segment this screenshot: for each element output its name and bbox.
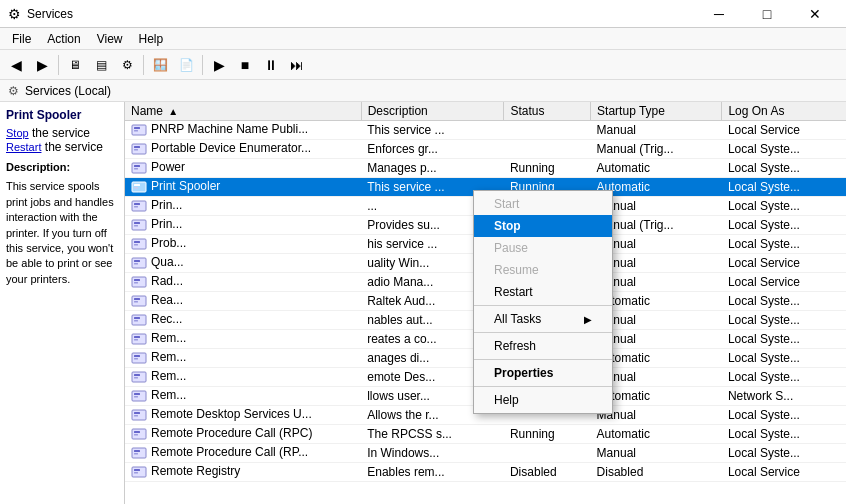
svg-rect-31	[134, 317, 140, 319]
svg-rect-53	[134, 453, 138, 455]
cell-logon: Local Syste...	[722, 311, 846, 330]
svg-rect-49	[134, 431, 140, 433]
ctx-all-tasks[interactable]: All Tasks ▶	[474, 308, 612, 330]
back-button[interactable]: ◀	[4, 53, 28, 77]
cell-status: Running	[504, 159, 591, 178]
menu-file[interactable]: File	[4, 30, 39, 48]
maximize-button[interactable]: □	[744, 0, 790, 28]
cell-name: Prin...	[125, 197, 361, 216]
show-scope-button[interactable]: 🖥	[63, 53, 87, 77]
cell-name: Remote Procedure Call (RPC)	[125, 425, 361, 444]
menu-help[interactable]: Help	[131, 30, 172, 48]
table-row[interactable]: Power Manages p... Running Automatic Loc…	[125, 159, 846, 178]
cell-status	[504, 140, 591, 159]
svg-rect-2	[134, 130, 138, 132]
svg-rect-16	[134, 222, 140, 224]
cell-description: Manages p...	[361, 159, 504, 178]
cell-status	[504, 444, 591, 463]
description-label: Description:	[6, 160, 118, 175]
svg-rect-14	[134, 206, 138, 208]
svg-rect-54	[132, 467, 146, 477]
col-description[interactable]: Description	[361, 102, 504, 121]
cell-logon: Local Syste...	[722, 197, 846, 216]
svg-rect-18	[132, 239, 146, 249]
ctx-resume[interactable]: Resume	[474, 259, 612, 281]
ctx-properties[interactable]: Properties	[474, 362, 612, 384]
svg-rect-6	[132, 163, 146, 173]
cell-logon: Local Syste...	[722, 292, 846, 311]
ctx-stop[interactable]: Stop	[474, 215, 612, 237]
pause-tb-button[interactable]: ⏸	[259, 53, 283, 77]
address-text: Services (Local)	[25, 84, 111, 98]
cell-name: Print Spooler	[125, 178, 361, 197]
table-row[interactable]: PNRP Machine Name Publi... This service …	[125, 121, 846, 140]
ctx-refresh[interactable]: Refresh	[474, 335, 612, 357]
left-panel-title: Print Spooler	[6, 108, 118, 122]
stop-service-link[interactable]: Stop	[6, 127, 29, 139]
cell-description: Enforces gr...	[361, 140, 504, 159]
stop-link-suffix: the service	[29, 126, 90, 140]
ctx-restart[interactable]: Restart	[474, 281, 612, 303]
table-row[interactable]: Remote Procedure Call (RP... In Windows.…	[125, 444, 846, 463]
ctx-pause[interactable]: Pause	[474, 237, 612, 259]
new-window-button[interactable]: 🪟	[148, 53, 172, 77]
cell-logon: Local Syste...	[722, 330, 846, 349]
minimize-button[interactable]: ─	[696, 0, 742, 28]
svg-rect-56	[134, 472, 138, 474]
ctx-start[interactable]: Start	[474, 193, 612, 215]
cell-logon: Local Syste...	[722, 235, 846, 254]
toolbar: ◀ ▶ 🖥 ▤ ⚙ 🪟 📄 ▶ ■ ⏸ ⏭	[0, 50, 846, 80]
cell-logon: Local Service	[722, 254, 846, 273]
title-bar: ⚙ Services ─ □ ✕	[0, 0, 846, 28]
stop-tb-button[interactable]: ■	[233, 53, 257, 77]
table-row[interactable]: Remote Registry Enables rem... Disabled …	[125, 463, 846, 482]
show-action-pane-button[interactable]: ▤	[89, 53, 113, 77]
col-status[interactable]: Status	[504, 102, 591, 121]
right-panel: Name ▲ Description Status Startup Type L…	[125, 102, 846, 504]
stop-link-container: Stop the service	[6, 126, 118, 140]
ctx-help[interactable]: Help	[474, 389, 612, 411]
svg-rect-44	[134, 396, 138, 398]
app-title: Services	[27, 7, 73, 21]
properties-button[interactable]: ⚙	[115, 53, 139, 77]
svg-rect-7	[134, 165, 140, 167]
forward-button[interactable]: ▶	[30, 53, 54, 77]
menu-view[interactable]: View	[89, 30, 131, 48]
col-name[interactable]: Name ▲	[125, 102, 361, 121]
restart-tb-button[interactable]: ⏭	[285, 53, 309, 77]
cell-name: Remote Procedure Call (RP...	[125, 444, 361, 463]
svg-rect-34	[134, 336, 140, 338]
restart-service-link[interactable]: Restart	[6, 141, 41, 153]
export-button[interactable]: 📄	[174, 53, 198, 77]
cell-name: Prob...	[125, 235, 361, 254]
description-text: This service spools print jobs and handl…	[6, 179, 118, 287]
cell-description: This service ...	[361, 121, 504, 140]
cell-description: In Windows...	[361, 444, 504, 463]
close-button[interactable]: ✕	[792, 0, 838, 28]
menu-action[interactable]: Action	[39, 30, 88, 48]
cell-logon: Local Syste...	[722, 178, 846, 197]
svg-rect-19	[134, 241, 140, 243]
svg-rect-22	[134, 260, 140, 262]
table-row[interactable]: Remote Procedure Call (RPC) The RPCSS s.…	[125, 425, 846, 444]
svg-rect-15	[132, 220, 146, 230]
svg-rect-11	[134, 187, 138, 189]
svg-rect-39	[132, 372, 146, 382]
col-logon[interactable]: Log On As	[722, 102, 846, 121]
table-row[interactable]: Portable Device Enumerator... Enforces g…	[125, 140, 846, 159]
svg-rect-28	[134, 298, 140, 300]
ctx-sep-1	[474, 305, 612, 306]
svg-rect-36	[132, 353, 146, 363]
cell-name: Rec...	[125, 311, 361, 330]
play-button[interactable]: ▶	[207, 53, 231, 77]
svg-rect-47	[134, 415, 138, 417]
toolbar-sep-1	[58, 55, 59, 75]
svg-rect-30	[132, 315, 146, 325]
col-startup[interactable]: Startup Type	[591, 102, 722, 121]
cell-logon: Local Syste...	[722, 216, 846, 235]
svg-rect-46	[134, 412, 140, 414]
cell-name: Rea...	[125, 292, 361, 311]
cell-logon: Local Syste...	[722, 444, 846, 463]
cell-logon: Local Syste...	[722, 349, 846, 368]
cell-description: Enables rem...	[361, 463, 504, 482]
